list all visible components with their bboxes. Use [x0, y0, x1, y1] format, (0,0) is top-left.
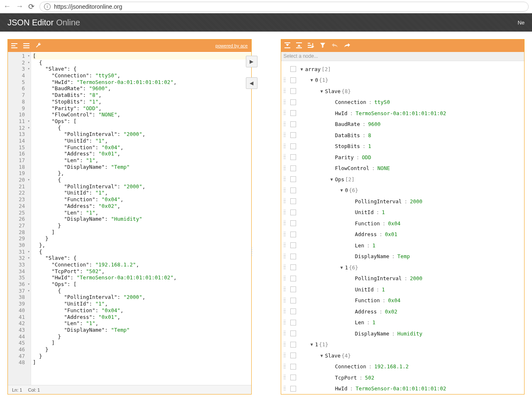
tree-key[interactable]: Ops — [335, 176, 345, 183]
tree-value[interactable]: 192.168.1.2 — [374, 363, 409, 370]
tree-row[interactable]: ▼ UnitId:1 — [282, 207, 524, 218]
tree-key[interactable]: Function — [355, 297, 380, 303]
nav-right-truncated[interactable]: Ne — [517, 20, 525, 26]
splitter-handle[interactable]: ⋮⋮⋮ — [249, 249, 254, 255]
tree-value[interactable]: 2000 — [410, 275, 422, 281]
tree-value[interactable]: 8 — [368, 132, 371, 138]
drag-handle-icon[interactable] — [282, 221, 288, 225]
tree-key[interactable]: Slave — [325, 88, 341, 94]
tree-key[interactable]: array — [305, 66, 321, 72]
tree-row[interactable]: ▼ Slave {8} — [282, 86, 524, 97]
tree-key[interactable]: TcpPort — [335, 375, 357, 381]
tree-value[interactable]: 0x02 — [385, 308, 397, 315]
context-menu-button[interactable] — [290, 242, 296, 248]
tree-row[interactable]: ▼ Len:1 — [282, 317, 524, 328]
drag-handle-icon[interactable] — [282, 232, 288, 237]
tree-row[interactable]: ▼ DisplayName:Temp — [282, 251, 524, 262]
drag-handle-icon[interactable] — [282, 243, 288, 247]
context-menu-button[interactable] — [290, 254, 296, 259]
tree-key[interactable]: Connection — [335, 363, 366, 370]
expand-caret-icon[interactable]: ▼ — [309, 342, 314, 347]
context-menu-button[interactable] — [290, 143, 296, 149]
tree-value[interactable]: 0x01 — [385, 231, 397, 237]
tree-row[interactable]: ▼ Parity:ODD — [282, 152, 524, 163]
drag-handle-icon[interactable] — [282, 78, 288, 82]
drag-handle-icon[interactable] — [282, 177, 288, 181]
tree-row[interactable]: ▼ 0 {1} — [282, 75, 524, 86]
context-menu-button[interactable] — [290, 353, 296, 358]
tree-key[interactable]: Function — [355, 220, 380, 227]
tree-key[interactable]: StopBits — [335, 143, 360, 149]
context-menu-button[interactable] — [290, 176, 296, 182]
tree-key[interactable]: PollingInterval — [355, 198, 402, 205]
tree-key[interactable]: UnitId — [355, 286, 374, 293]
tree-key[interactable]: Parity — [335, 154, 354, 160]
tree-key[interactable]: Address — [355, 308, 377, 315]
tree-key[interactable]: 0 — [315, 77, 319, 83]
tree-key[interactable]: HwId — [335, 385, 348, 392]
tree-key[interactable]: Address — [355, 231, 377, 237]
tree-row[interactable]: ▼ HwId:TermoSensor-0a:01:01:01:01:02 — [282, 383, 524, 395]
copy-right-button[interactable]: ▶ — [246, 56, 257, 67]
context-menu-button[interactable] — [290, 77, 296, 83]
collapse-all-icon[interactable] — [296, 42, 302, 49]
tree-key[interactable]: 0 — [345, 187, 348, 193]
context-menu-button[interactable] — [290, 298, 296, 303]
expand-caret-icon[interactable]: ▼ — [329, 177, 334, 182]
context-menu-button[interactable] — [290, 154, 296, 160]
format-icon[interactable] — [11, 42, 17, 49]
tree-row[interactable]: ▼ Connection:192.168.1.2 — [282, 361, 524, 372]
filter-icon[interactable] — [320, 42, 326, 49]
drag-handle-icon[interactable] — [282, 343, 288, 347]
tree-row[interactable]: ▼ DataBits:8 — [282, 130, 524, 141]
context-menu-button[interactable] — [290, 165, 296, 171]
tree-row[interactable]: ▼ DisplayName:Humidity — [282, 328, 524, 339]
tree-key[interactable]: 1 — [345, 264, 348, 271]
tree-row[interactable]: ▼ Address:0x01 — [282, 229, 524, 240]
drag-handle-icon[interactable] — [282, 166, 288, 170]
reload-button[interactable]: ⟳ — [28, 2, 34, 11]
tree-key[interactable]: DataBits — [335, 132, 360, 138]
tree-key[interactable]: HwId — [335, 110, 348, 116]
expand-caret-icon[interactable]: ▼ — [299, 67, 304, 72]
tree-key[interactable]: BaudRate — [335, 121, 360, 127]
tree-value[interactable]: Temp — [397, 253, 410, 259]
tree-value[interactable]: Humidity — [397, 330, 422, 337]
drag-handle-icon[interactable] — [282, 188, 288, 192]
tree-value[interactable]: TermoSensor-0a:01:01:01:01:02 — [355, 110, 446, 116]
tree-row[interactable]: ▼ Function:0x04 — [282, 218, 524, 229]
tree-row[interactable]: ▼ array [2] — [282, 64, 524, 75]
drag-handle-icon[interactable] — [282, 387, 288, 391]
context-menu-button[interactable] — [290, 198, 296, 204]
tree-row[interactable]: ▼ FlowControl:NONE — [282, 163, 524, 174]
tree-value[interactable]: 1 — [382, 209, 385, 215]
drag-handle-icon[interactable] — [282, 100, 288, 104]
context-menu-button[interactable] — [290, 121, 296, 127]
tree-key[interactable]: FlowControl — [335, 165, 370, 171]
drag-handle-icon[interactable] — [282, 309, 288, 313]
tree-row[interactable]: ▼ 1 {1} — [282, 339, 524, 350]
context-menu-button[interactable] — [290, 232, 296, 237]
tree-row[interactable]: ▼ Address:0x02 — [282, 306, 524, 317]
tree-key[interactable]: Len — [355, 319, 365, 326]
drag-handle-icon[interactable] — [282, 287, 288, 291]
tree-key[interactable]: DisplayName — [355, 253, 390, 259]
tree-key[interactable]: DisplayName — [355, 330, 390, 337]
back-button[interactable]: ← — [3, 2, 11, 11]
context-menu-button[interactable] — [290, 330, 296, 336]
tree-row[interactable]: ▼ StopBits:1 — [282, 141, 524, 152]
context-menu-button[interactable] — [290, 320, 296, 326]
drag-handle-icon[interactable] — [282, 365, 288, 369]
tree-value[interactable]: TermoSensor-0a:01:01:01:01:02 — [355, 385, 446, 392]
tree-row[interactable]: ▼ UnitId:1 — [282, 284, 524, 295]
compact-icon[interactable] — [23, 42, 29, 49]
context-menu-button[interactable] — [290, 342, 296, 348]
tree-key[interactable]: 1 — [315, 341, 319, 348]
tree-row[interactable]: ▼ Connection:ttyS0 — [282, 97, 524, 108]
drag-handle-icon[interactable] — [282, 353, 288, 358]
site-info-icon[interactable]: i — [44, 3, 51, 10]
tree-row[interactable]: ▼ Function:0x04 — [282, 295, 524, 306]
sort-icon[interactable] — [308, 42, 314, 49]
drag-handle-icon[interactable] — [282, 321, 288, 325]
tree-value[interactable]: 1 — [373, 242, 376, 249]
